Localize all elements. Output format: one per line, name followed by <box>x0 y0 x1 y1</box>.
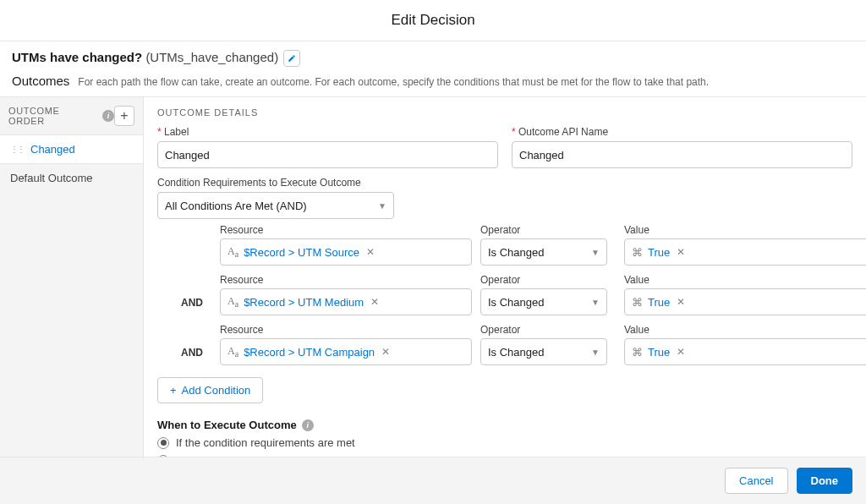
pencil-icon <box>288 54 296 63</box>
done-button[interactable]: Done <box>797 468 853 494</box>
chevron-down-icon: ▼ <box>591 248 600 257</box>
add-condition-button[interactable]: + Add Condition <box>157 377 263 403</box>
value-input[interactable]: ⌘True✕ <box>624 338 866 365</box>
value-column-label: Value <box>624 224 866 236</box>
resource-column-label: Resource <box>220 224 472 236</box>
chevron-down-icon: ▼ <box>591 298 600 307</box>
resource-pill: $Record > UTM Campaign <box>244 346 375 359</box>
operator-value: Is Changed <box>488 246 545 259</box>
decision-label: UTMs have changed? <box>12 50 142 64</box>
when-option-1[interactable]: If the condition requirements are met <box>157 436 852 449</box>
decision-title-bar: UTMs have changed? (UTMs_have_changed) <box>0 41 866 70</box>
resource-input[interactable]: Aa$Record > UTM Source✕ <box>220 238 472 266</box>
add-outcome-button[interactable]: + <box>114 106 134 126</box>
resource-column-label: Resource <box>220 274 472 286</box>
value-pill: True <box>648 296 670 309</box>
cancel-button[interactable]: Cancel <box>725 468 787 494</box>
drag-handle-icon[interactable]: ⋮⋮ <box>10 145 24 154</box>
clear-icon[interactable]: ✕ <box>677 296 685 308</box>
clear-icon[interactable]: ✕ <box>381 346 390 358</box>
link-icon: ⌘ <box>632 296 643 309</box>
resource-pill: $Record > UTM Source <box>244 246 359 259</box>
logic-operator <box>181 259 211 266</box>
resource-pill: $Record > UTM Medium <box>244 296 364 309</box>
modal-title: Edit Decision <box>0 0 866 41</box>
condition-requirements-select[interactable]: All Conditions Are Met (AND) ▼ <box>157 192 394 219</box>
sidebar-item-label: Default Outcome <box>10 172 93 184</box>
outcome-details-heading: OUTCOME DETAILS <box>157 107 852 118</box>
value-pill: True <box>648 346 670 359</box>
modal-footer: Cancel Done <box>0 457 866 504</box>
link-icon: ⌘ <box>632 246 643 259</box>
operator-value: Is Changed <box>488 346 545 359</box>
clear-icon[interactable]: ✕ <box>366 246 375 258</box>
condition-row: ANDResourceAa$Record > UTM Medium✕Operat… <box>181 274 852 315</box>
condition-row: ANDResourceAa$Record > UTM Campaign✕Oper… <box>181 324 852 365</box>
value-column-label: Value <box>624 274 866 286</box>
api-name-field-label: Outcome API Name <box>512 126 852 138</box>
resource-input[interactable]: Aa$Record > UTM Medium✕ <box>220 288 472 315</box>
outcome-order-sidebar: OUTCOME ORDER i + ⋮⋮ Changed Default Out… <box>0 97 144 457</box>
value-pill: True <box>648 246 670 259</box>
link-icon: ⌘ <box>632 346 643 359</box>
decision-api-name: (UTMs_have_changed) <box>145 50 278 64</box>
text-type-icon: Aa <box>227 295 238 309</box>
operator-value: Is Changed <box>488 296 545 309</box>
plus-icon: + <box>170 384 177 397</box>
edit-decision-button[interactable] <box>283 50 300 67</box>
operator-column-label: Operator <box>480 224 616 236</box>
clear-icon[interactable]: ✕ <box>370 296 379 308</box>
condition-requirements-label: Condition Requirements to Execute Outcom… <box>157 177 852 189</box>
sidebar-item-default-outcome[interactable]: Default Outcome <box>0 164 143 192</box>
operator-column-label: Operator <box>480 324 616 336</box>
outcomes-heading: Outcomes <box>12 74 69 88</box>
clear-icon[interactable]: ✕ <box>677 246 685 258</box>
when-option-1-label: If the condition requirements are met <box>176 436 355 449</box>
clear-icon[interactable]: ✕ <box>677 346 685 358</box>
operator-select[interactable]: Is Changed▼ <box>480 238 607 266</box>
text-type-icon: Aa <box>227 345 238 359</box>
outcomes-description: Outcomes For each path the flow can take… <box>0 70 866 97</box>
value-input[interactable]: ⌘True✕ <box>624 288 866 315</box>
logic-operator: AND <box>181 347 211 365</box>
condition-requirements-value: All Conditions Are Met (AND) <box>165 200 307 212</box>
sidebar-item-label: Changed <box>30 143 75 156</box>
operator-column-label: Operator <box>480 274 616 286</box>
api-name-input[interactable]: Changed <box>512 141 852 168</box>
info-icon[interactable]: i <box>302 419 314 431</box>
chevron-down-icon: ▼ <box>378 201 386 211</box>
value-input[interactable]: ⌘True✕ <box>624 238 866 266</box>
sidebar-header-label: OUTCOME ORDER <box>8 106 97 126</box>
info-icon[interactable]: i <box>102 110 114 122</box>
chevron-down-icon: ▼ <box>591 348 600 357</box>
radio-icon <box>157 437 169 449</box>
condition-row: ResourceAa$Record > UTM Source✕OperatorI… <box>181 224 852 266</box>
value-column-label: Value <box>624 324 866 336</box>
operator-select[interactable]: Is Changed▼ <box>480 288 607 315</box>
outcomes-help: For each path the flow can take, create … <box>78 76 709 88</box>
sidebar-item-changed[interactable]: ⋮⋮ Changed <box>0 134 143 164</box>
when-to-execute-heading: When to Execute Outcome <box>157 419 297 431</box>
logic-operator: AND <box>181 297 211 315</box>
add-condition-label: Add Condition <box>182 384 251 397</box>
resource-input[interactable]: Aa$Record > UTM Campaign✕ <box>220 338 472 365</box>
label-input[interactable]: Changed <box>157 141 498 168</box>
outcome-details-panel: OUTCOME DETAILS Label Changed Outcome AP… <box>144 97 866 457</box>
label-field-label: Label <box>157 126 498 138</box>
resource-column-label: Resource <box>220 324 472 336</box>
text-type-icon: Aa <box>227 245 238 259</box>
operator-select[interactable]: Is Changed▼ <box>480 338 607 365</box>
